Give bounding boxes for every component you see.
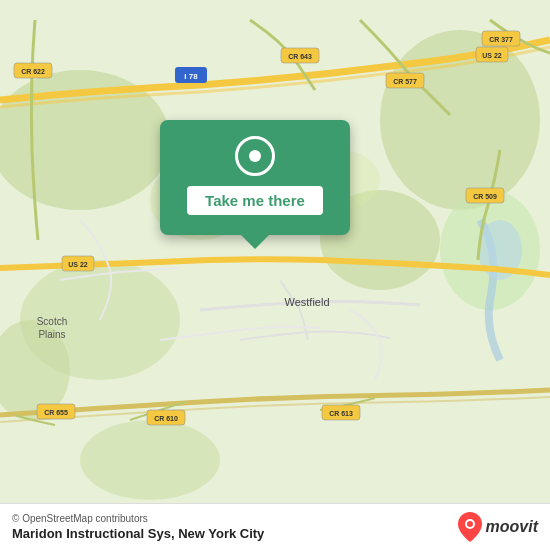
svg-text:CR 643: CR 643 [288,53,312,60]
take-me-there-button[interactable]: Take me there [187,186,323,215]
svg-text:CR 655: CR 655 [44,409,68,416]
svg-text:Scotch: Scotch [37,316,68,327]
moovit-logo: moovit [458,512,538,542]
moovit-pin-icon [458,512,482,542]
location-title: Maridon Instructional Sys, New York City [12,526,264,541]
svg-text:CR 610: CR 610 [154,415,178,422]
map-svg: I 78 CR 643 CR 577 CR 622 US 22 CR 509 U… [0,0,550,550]
svg-text:Westfield: Westfield [284,296,329,308]
svg-text:Plains: Plains [38,329,65,340]
svg-text:CR 613: CR 613 [329,410,353,417]
svg-point-8 [80,420,220,500]
svg-text:I 78: I 78 [184,72,198,81]
attribution-text: © OpenStreetMap contributors [12,513,264,524]
map-container: I 78 CR 643 CR 577 CR 622 US 22 CR 509 U… [0,0,550,550]
popup-card: Take me there [160,120,350,235]
svg-text:CR 577: CR 577 [393,78,417,85]
bottom-bar: © OpenStreetMap contributors Maridon Ins… [0,503,550,550]
svg-text:CR 622: CR 622 [21,68,45,75]
bottom-left: © OpenStreetMap contributors Maridon Ins… [12,513,264,541]
pin-inner [249,150,261,162]
svg-text:CR 509: CR 509 [473,193,497,200]
svg-point-37 [467,521,473,527]
location-pin-icon [235,136,275,176]
svg-text:CR 377: CR 377 [489,36,513,43]
moovit-text: moovit [486,518,538,536]
svg-text:US 22: US 22 [482,52,502,59]
svg-text:US 22: US 22 [68,261,88,268]
